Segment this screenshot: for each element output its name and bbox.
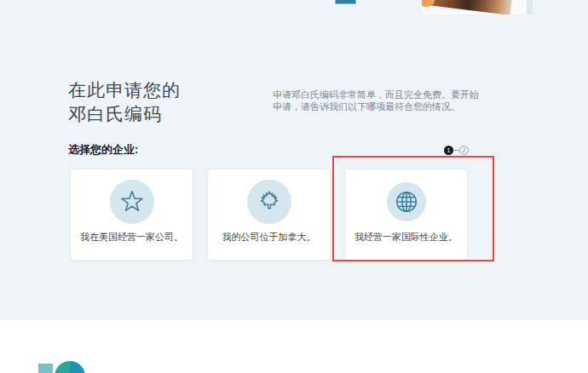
step-2-badge: 2 [459,146,469,155]
footer-section [0,320,588,373]
card-label: 我在美国经营一家公司。 [71,231,193,244]
card-label: 我的公司位于加拿大。 [208,231,330,244]
hero-section [0,0,588,320]
photo-shape [422,0,513,14]
maple-leaf-icon [247,180,291,224]
intro-text: 申请邓白氏编码非常简单，而且完全免费。要开始申请，请告诉我们以下哪项最符合您的情… [273,89,486,112]
logo-fragment-square [38,364,53,373]
hero-photo-fragment [422,0,533,14]
nav-tab-indicator [335,0,356,4]
card-us-company[interactable]: 我在美国经营一家公司。 [70,169,193,261]
card-label: 我经营一家国际性企业。 [345,231,467,244]
step-connector [453,150,459,151]
photo-shape [527,0,533,14]
star-icon [110,180,154,224]
card-canada-company[interactable]: 我的公司位于加拿大。 [207,169,331,261]
globe-icon [387,182,426,221]
step-1-badge: 1 [444,146,453,155]
page-title: 在此申请您的 邓白氏编码 [68,78,181,126]
page-title-line1: 在此申请您的 [68,78,181,102]
step-indicator: 1 2 [444,146,469,155]
page-title-line2: 邓白氏编码 [68,102,181,126]
choose-business-label: 选择您的企业: [68,142,138,158]
card-international-company[interactable]: 我经营一家国际性企业。 [344,169,468,261]
